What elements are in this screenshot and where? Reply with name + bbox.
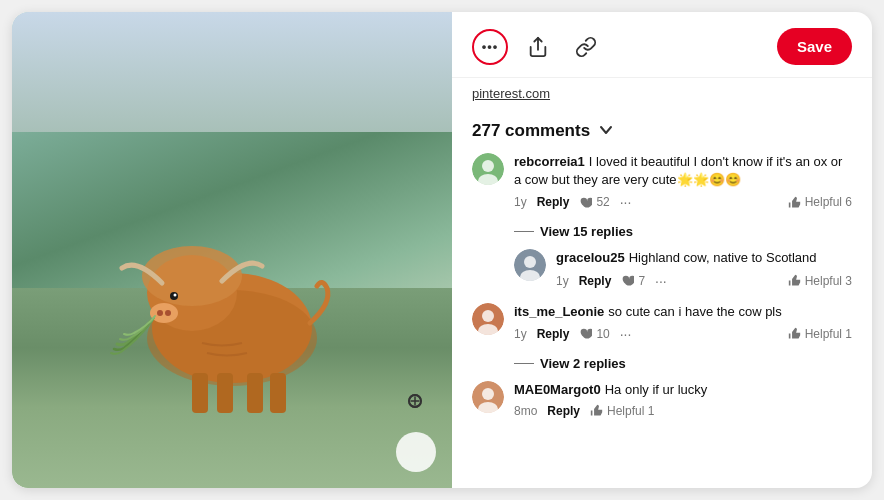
helpful-text: Helpful 1	[607, 404, 654, 418]
comment-time: 1y	[514, 195, 527, 209]
comments-count: 277 comments	[472, 121, 590, 141]
helpful-badge: Helpful 3	[788, 274, 852, 288]
comment-username: rebcorreia1	[514, 154, 585, 169]
share-button[interactable]	[520, 29, 556, 65]
comment-time: 1y	[514, 327, 527, 341]
right-panel: ••• Save pinterest	[452, 12, 872, 488]
source-link[interactable]: pinterest.com	[452, 78, 872, 105]
comment-meta: 8mo Reply Helpful 1	[514, 404, 852, 418]
like-count[interactable]: 10	[579, 327, 609, 341]
avatar	[472, 303, 504, 335]
cow-illustration	[92, 148, 372, 428]
like-number: 7	[638, 274, 645, 288]
helpful-text: Helpful 1	[805, 327, 852, 341]
comment-more[interactable]: ···	[655, 273, 667, 289]
comment-content: so cute can i have the cow pls	[608, 304, 781, 319]
avatar	[514, 249, 546, 281]
replies-line	[514, 363, 534, 364]
helpful-text: Helpful 6	[805, 195, 852, 209]
comment-more[interactable]: ···	[620, 326, 632, 342]
helpful-badge: Helpful 1	[788, 327, 852, 341]
comment-username: its_me_Leonie	[514, 304, 604, 319]
comments-section: 277 comments r	[452, 105, 872, 488]
link-button[interactable]	[568, 29, 604, 65]
svg-point-5	[174, 294, 177, 297]
svg-rect-9	[192, 373, 208, 413]
comment-body: its_me_Leonieso cute can i have the cow …	[514, 303, 852, 342]
more-options-button[interactable]: •••	[472, 29, 508, 65]
helpful-text: Helpful 3	[805, 274, 852, 288]
sky-background	[12, 12, 452, 132]
comment-username: gracelou25	[556, 250, 625, 265]
svg-rect-12	[270, 373, 286, 413]
svg-point-20	[524, 256, 536, 268]
comment-body: gracelou25Highland cow, native to Scotla…	[556, 249, 852, 288]
comment-text: MAE0Margot0Ha only if ur lucky	[514, 381, 852, 399]
like-count[interactable]: 52	[579, 195, 609, 209]
svg-point-26	[482, 388, 494, 400]
comment-text: its_me_Leonieso cute can i have the cow …	[514, 303, 852, 321]
like-number: 10	[596, 327, 609, 341]
main-card: ••• Save pinterest	[12, 12, 872, 488]
comments-header: 277 comments	[472, 113, 852, 153]
view-replies-button[interactable]: View 2 replies	[514, 356, 852, 371]
svg-point-7	[157, 310, 163, 316]
action-icons: •••	[472, 29, 765, 65]
svg-point-8	[165, 310, 171, 316]
save-button[interactable]: Save	[777, 28, 852, 65]
reply-button[interactable]: Reply	[547, 404, 580, 418]
avatar	[472, 153, 504, 185]
comment-time: 8mo	[514, 404, 537, 418]
reply-item: gracelou25Highland cow, native to Scotla…	[514, 249, 852, 288]
replies-line	[514, 231, 534, 232]
like-count[interactable]: 7	[621, 274, 645, 288]
comment-meta: 1y Reply 10 ··· Helpful 1	[514, 326, 852, 342]
comment-time: 1y	[556, 274, 569, 288]
comment-text: rebcorreia1I loved it beautiful I don't …	[514, 153, 852, 189]
comment-item: rebcorreia1I loved it beautiful I don't …	[472, 153, 852, 210]
svg-point-6	[150, 303, 178, 323]
image-panel	[12, 12, 452, 488]
comment-body: rebcorreia1I loved it beautiful I don't …	[514, 153, 852, 210]
comments-toggle[interactable]	[598, 122, 614, 141]
view-replies-label: View 15 replies	[540, 224, 633, 239]
comment-username: MAE0Margot0	[514, 382, 601, 397]
helpful-badge: Helpful 1	[590, 404, 654, 418]
lens-button[interactable]	[396, 432, 436, 472]
comment-more[interactable]: ···	[620, 194, 632, 210]
avatar	[472, 381, 504, 413]
svg-point-23	[482, 310, 494, 322]
svg-point-17	[482, 160, 494, 172]
like-number: 52	[596, 195, 609, 209]
view-replies-button[interactable]: View 15 replies	[514, 224, 852, 239]
svg-rect-11	[247, 373, 263, 413]
comment-text: gracelou25Highland cow, native to Scotla…	[556, 249, 852, 267]
toolbar: ••• Save	[452, 12, 872, 78]
comment-body: MAE0Margot0Ha only if ur lucky 8mo Reply…	[514, 381, 852, 418]
svg-rect-10	[217, 373, 233, 413]
reply-button[interactable]: Reply	[537, 195, 570, 209]
comment-meta: 1y Reply 7 ··· Helpful 3	[556, 273, 852, 289]
cow-image	[12, 12, 452, 488]
reply-button[interactable]: Reply	[537, 327, 570, 341]
helpful-badge: Helpful 6	[788, 195, 852, 209]
view-replies-label: View 2 replies	[540, 356, 626, 371]
comment-content: Highland cow, native to Scotland	[629, 250, 817, 265]
comment-meta: 1y Reply 52 ··· Helpful 6	[514, 194, 852, 210]
comment-content: Ha only if ur lucky	[605, 382, 708, 397]
comment-item: MAE0Margot0Ha only if ur lucky 8mo Reply…	[472, 381, 852, 418]
more-icon: •••	[482, 39, 499, 54]
comment-item: its_me_Leonieso cute can i have the cow …	[472, 303, 852, 342]
reply-button[interactable]: Reply	[579, 274, 612, 288]
